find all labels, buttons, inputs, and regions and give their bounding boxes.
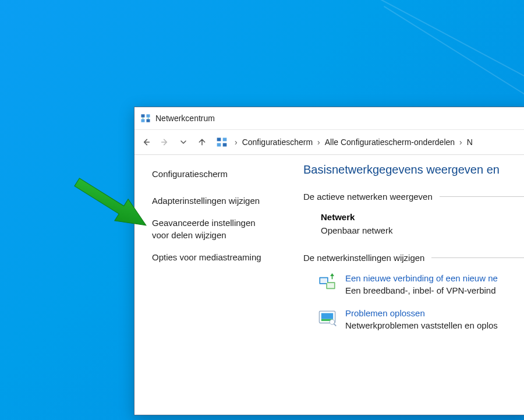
sidebar: Configuratiescherm Adapterinstellingen w… (134, 155, 286, 415)
window-title: Netwerkcentrum (155, 114, 215, 123)
action-desc: Netwerkproblemen vaststellen en oplos (345, 320, 498, 330)
svg-rect-3 (147, 119, 150, 122)
svg-rect-6 (217, 138, 221, 142)
arrow-left-icon (141, 137, 151, 147)
action-new-connection[interactable]: Een nieuwe verbinding of een nieuw ne Ee… (317, 273, 524, 295)
action-desc: Een breedband-, inbel- of VPN-verbind (345, 285, 498, 295)
action-title[interactable]: Problemen oplossen (345, 308, 498, 318)
breadcrumb-item-1[interactable]: Alle Configuratiescherm-onderdelen (324, 136, 456, 148)
chevron-down-icon (179, 137, 188, 147)
svg-rect-13 (327, 283, 334, 288)
window-titlebar[interactable]: Netwerkcentrum (134, 107, 524, 129)
svg-line-20 (334, 323, 336, 326)
breadcrumb-chevron-icon: › (317, 137, 320, 147)
svg-rect-1 (147, 114, 150, 117)
network-name[interactable]: Netwerk (321, 212, 524, 222)
svg-marker-14 (330, 273, 334, 276)
new-connection-icon (317, 273, 337, 293)
nav-forward-button (157, 134, 173, 150)
svg-rect-9 (223, 143, 227, 147)
navigation-row: › Configuratiescherm › Alle Configuratie… (134, 129, 524, 155)
section-label: De netwerkinstellingen wijzigen (303, 253, 424, 263)
network-center-icon (140, 113, 151, 123)
breadcrumb-item-0[interactable]: Configuratiescherm (241, 136, 314, 148)
troubleshoot-icon (317, 308, 337, 328)
svg-rect-2 (141, 119, 145, 122)
breadcrumb-chevron-icon: › (459, 137, 462, 147)
breadcrumb-item-2[interactable]: N (466, 136, 474, 148)
nav-back-button[interactable] (138, 134, 154, 150)
arrow-up-icon (197, 137, 207, 147)
sidebar-home-link[interactable]: Configuratiescherm (152, 169, 274, 179)
breadcrumb-network-icon (216, 136, 228, 148)
section-change-settings: De netwerkinstellingen wijzigen (303, 253, 524, 263)
svg-rect-8 (217, 143, 221, 147)
svg-rect-15 (332, 276, 333, 279)
active-network-block: Netwerk Openbaar netwerk (321, 212, 524, 235)
sidebar-link-advanced-sharing[interactable]: Geavanceerde instellingen voor delen wij… (152, 217, 274, 241)
section-rule (431, 257, 524, 258)
nav-up-button[interactable] (194, 134, 210, 150)
sidebar-link-media-streaming[interactable]: Opties voor mediastreaming (152, 252, 274, 263)
svg-rect-12 (320, 278, 327, 284)
arrow-right-icon (160, 137, 169, 147)
action-title[interactable]: Een nieuwe verbinding of een nieuw ne (345, 273, 498, 283)
svg-rect-7 (223, 138, 227, 142)
page-heading: Basisnetwerkgegevens weergeven en (303, 163, 524, 177)
svg-rect-17 (321, 313, 333, 319)
content-pane: Basisnetwerkgegevens weergeven en De act… (286, 155, 524, 415)
nav-history-dropdown[interactable] (175, 134, 192, 150)
section-active-networks: De actieve netwerken weergeven (303, 192, 524, 202)
sidebar-link-adapter-settings[interactable]: Adapterinstellingen wijzigen (152, 195, 274, 207)
action-troubleshoot[interactable]: Problemen oplossen Netwerkproblemen vast… (317, 308, 524, 330)
breadcrumb[interactable]: › Configuratiescherm › Alle Configuratie… (231, 136, 474, 148)
svg-rect-0 (141, 114, 145, 117)
network-type: Openbaar netwerk (321, 225, 524, 235)
section-rule (440, 196, 524, 197)
network-center-window: Netwerkcentrum › Configuratiescherm › Al… (134, 107, 524, 415)
breadcrumb-chevron-icon: › (235, 137, 238, 147)
section-label: De actieve netwerken weergeven (303, 192, 433, 202)
